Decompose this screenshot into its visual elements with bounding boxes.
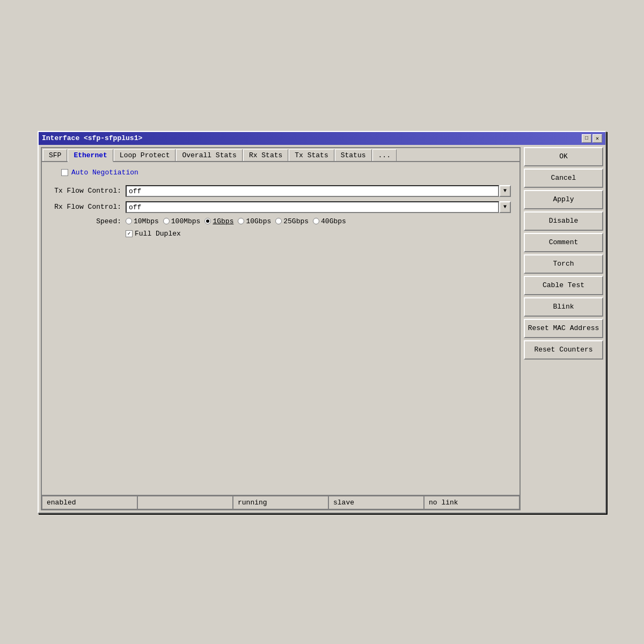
minimize-button[interactable]: □ [582, 134, 591, 143]
content-area: SFP Ethernet Loop Protect Overall Stats … [39, 145, 605, 513]
speed-40gbps-radio[interactable] [313, 218, 319, 224]
speed-25gbps-label: 25Gbps [283, 217, 309, 225]
ok-button[interactable]: OK [524, 147, 603, 166]
tab-content: Auto Negotiation Tx Flow Control: off ▼ … [42, 162, 519, 495]
main-window: Interface <sfp-sfpplus1> □ ✕ SFP Etherne… [38, 131, 606, 514]
speed-1gbps-label: 1Gbps [213, 217, 233, 225]
speed-options: 10Mbps 100Mbps 1Gbps 10Gbps [126, 217, 346, 225]
auto-negotiation-row: Auto Negotiation [50, 169, 511, 177]
blink-button[interactable]: Blink [524, 297, 603, 317]
tx-flow-control-label: Tx Flow Control: [50, 187, 126, 195]
speed-10gbps-label: 10Gbps [246, 217, 271, 225]
cancel-button[interactable]: Cancel [524, 169, 603, 188]
status-slave: slave [328, 496, 424, 509]
reset-mac-button[interactable]: Reset MAC Address [524, 319, 603, 338]
status-link: no link [424, 496, 519, 509]
rx-flow-control-container: off ▼ [126, 201, 511, 213]
tab-status[interactable]: Status [335, 149, 372, 161]
main-panel: SFP Ethernet Loop Protect Overall Stats … [41, 147, 521, 510]
speed-10mbps-radio[interactable] [126, 218, 132, 224]
duplex-row: ✓ Full Duplex [126, 230, 511, 238]
speed-10mbps-label: 10Mbps [134, 217, 159, 225]
speed-label: Speed: [50, 217, 126, 225]
speed-100mbps-label: 100Mbps [171, 217, 201, 225]
tx-flow-control-row: Tx Flow Control: off ▼ [50, 185, 511, 197]
tab-tx-stats[interactable]: Tx Stats [289, 149, 334, 161]
speed-25gbps-radio[interactable] [275, 218, 282, 224]
auto-negotiation-label: Auto Negotiation [71, 169, 138, 177]
tx-flow-control-field[interactable]: off [126, 185, 499, 197]
speed-10gbps-radio[interactable] [238, 218, 244, 224]
rx-flow-control-field[interactable]: off [126, 201, 499, 213]
full-duplex-label: Full Duplex [135, 230, 181, 238]
speed-10gbps[interactable]: 10Gbps [238, 217, 271, 225]
reset-counters-button[interactable]: Reset Counters [524, 340, 603, 360]
speed-100mbps-radio[interactable] [163, 218, 170, 224]
titlebar-buttons: □ ✕ [582, 134, 602, 143]
torch-button[interactable]: Torch [524, 254, 603, 274]
tx-flow-control-dropdown-btn[interactable]: ▼ [499, 185, 511, 197]
close-button[interactable]: ✕ [592, 134, 602, 143]
status-empty [137, 496, 233, 509]
speed-40gbps-label: 40Gbps [321, 217, 346, 225]
cable-test-button[interactable]: Cable Test [524, 276, 603, 295]
speed-row: Speed: 10Mbps 100Mbps 1Gbps [50, 217, 511, 225]
tab-overall-stats[interactable]: Overall Stats [176, 149, 242, 161]
status-enabled: enabled [42, 496, 137, 509]
tab-bar: SFP Ethernet Loop Protect Overall Stats … [42, 148, 519, 162]
tab-more[interactable]: ... [372, 149, 397, 161]
disable-button[interactable]: Disable [524, 211, 603, 231]
rx-flow-control-label: Rx Flow Control: [50, 203, 126, 211]
speed-100mbps[interactable]: 100Mbps [163, 217, 201, 225]
speed-40gbps[interactable]: 40Gbps [313, 217, 346, 225]
window-title: Interface <sfp-sfpplus1> [42, 134, 142, 142]
status-running: running [233, 496, 328, 509]
auto-negotiation-checkbox[interactable] [61, 169, 68, 176]
titlebar: Interface <sfp-sfpplus1> □ ✕ [39, 132, 605, 145]
rx-flow-control-row: Rx Flow Control: off ▼ [50, 201, 511, 213]
comment-button[interactable]: Comment [524, 233, 603, 252]
full-duplex-option[interactable]: ✓ Full Duplex [126, 230, 181, 238]
sidebar-buttons: OK Cancel Apply Disable Comment Torch Ca… [524, 147, 603, 510]
tab-ethernet[interactable]: Ethernet [68, 149, 113, 162]
speed-1gbps[interactable]: 1Gbps [204, 217, 233, 225]
tx-flow-control-container: off ▼ [126, 185, 511, 197]
full-duplex-checkbox[interactable]: ✓ [126, 230, 133, 237]
speed-25gbps[interactable]: 25Gbps [275, 217, 309, 225]
speed-1gbps-radio[interactable] [204, 218, 211, 224]
tab-loop-protect[interactable]: Loop Protect [114, 149, 176, 161]
apply-button[interactable]: Apply [524, 190, 603, 209]
tab-rx-stats[interactable]: Rx Stats [243, 149, 288, 161]
rx-flow-control-dropdown-btn[interactable]: ▼ [499, 201, 511, 213]
speed-10mbps[interactable]: 10Mbps [126, 217, 159, 225]
tab-sfp[interactable]: SFP [43, 149, 67, 161]
status-bar: enabled running slave no link [42, 495, 519, 509]
